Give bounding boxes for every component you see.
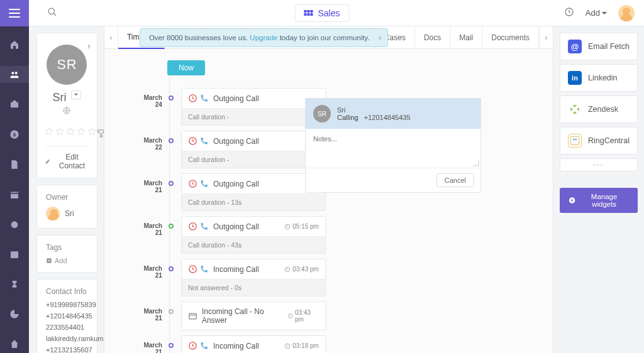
nav-documents[interactable] [0,156,29,173]
tags-card: Tags Add [36,235,97,273]
svg-rect-3 [11,192,18,198]
svg-point-4 [11,222,18,229]
search-icon [48,8,57,16]
nav-timer[interactable] [0,276,29,293]
expand-profile[interactable]: › [87,41,91,51]
linkedin-icon [568,71,582,85]
search-button[interactable] [48,8,57,19]
widget-label: Linkedin [588,73,618,82]
contact-avatar: SR [47,45,87,85]
calendar-icon [9,190,19,200]
widget-ringcentral[interactable]: RingCentral [560,127,638,155]
call-notes-input[interactable] [306,129,480,165]
tab-docs[interactable]: Docs [415,26,450,49]
widgets-panel: Email Fetch Linkedin Zendesk RingCentral… [553,26,644,353]
timeline-sub: Call duration - [182,108,325,125]
contact-info-list: +919989875839 +12014845435 2233554401 la… [46,301,88,353]
nav-reports[interactable] [0,306,29,323]
timeline-title: Outgoing Call [213,94,259,103]
nav-contacts[interactable] [0,66,29,84]
call-icon [188,94,209,103]
contact-name: Sri [52,91,66,104]
hamburger-button[interactable] [0,0,29,26]
timeline-time: 03:43 pm [287,309,319,323]
contact-info-value: 2233554401 [46,323,88,331]
module-switcher[interactable]: Sales [294,4,349,22]
activity-button[interactable] [564,7,574,19]
hourglass-icon [9,280,19,290]
ringcentral-icon [568,134,582,148]
manage-widgets-label: Manage widgets [579,193,629,208]
nav-home[interactable] [0,36,29,53]
widget-label: Zendesk [588,105,618,114]
timeline-card[interactable]: Outgoing Call Call duration - 13s [181,173,326,211]
timeline-dot [169,181,174,186]
nav-deals[interactable]: $ [0,126,29,143]
timeline-time: 03:18 pm [284,342,319,349]
zendesk-icon [568,102,582,116]
banner-text-after: today to join our community. [277,34,369,41]
star-icon [45,127,53,136]
timeline-title: Outgoing Call [213,180,259,188]
nav-tasks[interactable] [0,215,29,233]
timeline-dot [169,138,174,143]
nav-trash[interactable] [0,335,29,353]
call-icon [188,179,209,188]
widget-email-fetch[interactable]: Email Fetch [560,33,638,60]
timeline-item: March 21 Incoming Call 03:18 pm Not answ… [136,335,540,353]
widget-linkedin[interactable]: Linkedin [560,64,638,92]
tabs-row: ‹ Timeline Notes Events Tasks Deals Camp… [104,26,553,49]
banner-close[interactable]: × [378,34,382,43]
nav-events[interactable] [0,246,29,263]
timeline-date: March 21 [136,259,167,279]
tags-title: Tags [46,243,88,252]
timeline-card[interactable]: Outgoing Call Call duration - [181,131,326,168]
timeline-card[interactable]: Incoming Call - No Answer 03:43 pm [181,301,326,330]
nav-companies[interactable] [0,95,29,113]
timeline-card[interactable]: Outgoing Call Call duration - [181,88,326,126]
timeline-sub: Call duration - 13s [182,193,325,210]
people-icon [9,70,19,80]
cancel-button[interactable]: Cancel [436,173,474,187]
widget-zendesk[interactable]: Zendesk [560,95,638,123]
svg-text:$: $ [13,132,16,138]
star-icon [77,127,86,136]
globe-icon [63,107,70,116]
trash-icon [9,339,19,349]
call-icon [188,264,209,274]
contact-info-value: +12014845435 [46,312,88,320]
star-rating[interactable] [45,127,96,136]
contact-info-value: lakkireddy.ramkumarreddy [46,335,88,342]
user-avatar[interactable] [618,5,635,21]
add-button[interactable]: Add [586,8,607,18]
widget-label: Email Fetch [588,42,630,51]
name-options[interactable] [71,90,81,99]
piechart-icon [9,309,19,319]
timeline-time: 05:15 pm [284,223,319,230]
dollar-icon: $ [9,129,19,139]
contact-info-value: +919989875839 [46,301,88,308]
contact-info-value: +12132135607 [46,346,88,353]
timeline-sub: Call duration - 43s [182,236,325,253]
tab-documents[interactable]: Documents [482,26,539,49]
tab-mail[interactable]: Mail [450,26,482,49]
owner-name: Sri [65,209,74,218]
timeline-dot [169,343,174,348]
timeline-card[interactable]: Incoming Call 03:18 pm Not answered - 0s [181,335,326,353]
call-icon [188,136,209,146]
edit-contact-button[interactable]: Edit Contact [45,146,89,170]
timeline-item: March 21 Incoming Call - No Answer 03:43… [136,301,540,330]
timeline-item: March 21 Outgoing Call 05:15 pm Call dur… [136,216,540,254]
tabs-next[interactable]: › [539,26,553,49]
timeline-date: March 22 [136,131,167,151]
add-tag-button[interactable]: Add [46,257,88,264]
timeline-title: Incoming Call [213,265,259,274]
upgrade-link[interactable]: Upgrade [250,34,277,41]
timeline-card[interactable]: Incoming Call 03:43 pm Not answered - 0s [181,259,326,296]
tabs-prev[interactable]: ‹ [104,26,118,49]
manage-widgets-button[interactable]: Manage widgets [560,188,638,213]
nav-calendar[interactable] [0,186,29,204]
timeline-card[interactable]: Outgoing Call 05:15 pm Call duration - 4… [181,216,326,254]
owner-card: Owner Sri [36,185,97,229]
email-icon [568,40,582,53]
